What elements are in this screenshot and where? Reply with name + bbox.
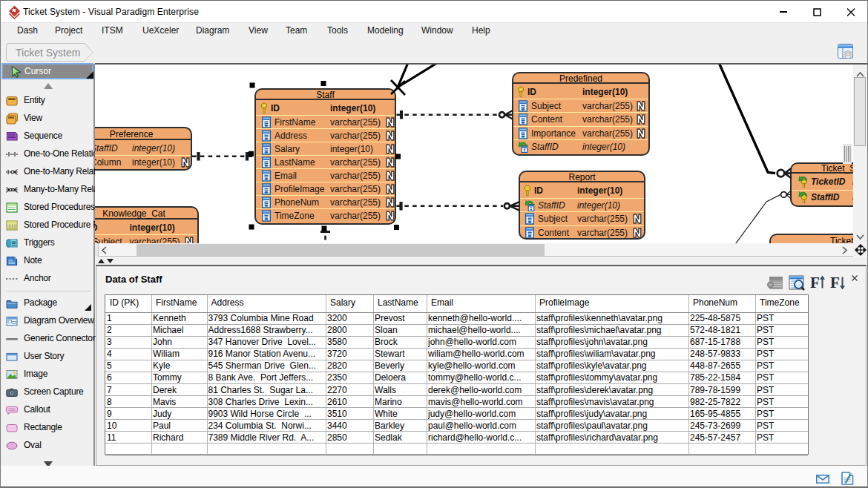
svg-text:F: F: [810, 275, 820, 290]
svg-text:F: F: [830, 275, 840, 290]
